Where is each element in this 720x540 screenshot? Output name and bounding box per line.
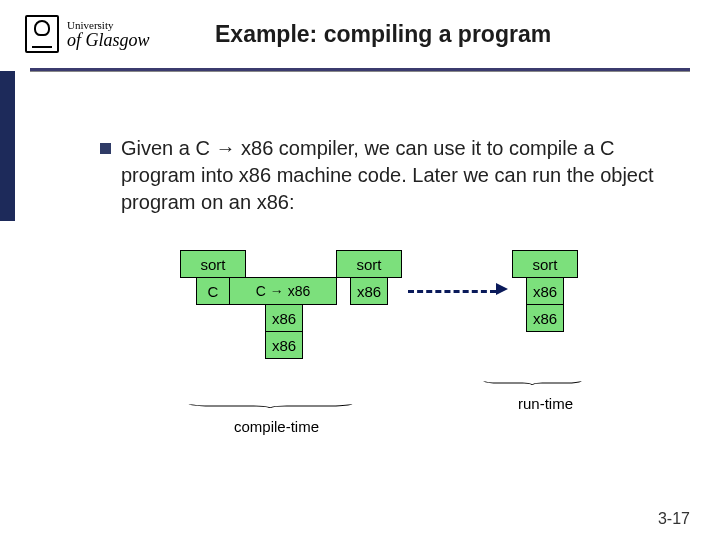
header: University of Glasgow Example: compiling… [0, 0, 720, 68]
page-number: 3-17 [658, 510, 690, 528]
bullet-1: Given a C → x86 compiler, we can use it … [100, 135, 660, 216]
prog2-name: sort [336, 250, 402, 278]
logo-line2: of Glasgow [67, 31, 150, 49]
arrow-head-icon [496, 283, 508, 295]
prog2-lang: x86 [350, 277, 388, 305]
slide: University of Glasgow Example: compiling… [0, 0, 720, 540]
brace-right-icon: ︸ [480, 372, 592, 397]
title-rule [30, 68, 690, 71]
compiler-impl: x86 [265, 304, 303, 332]
prog3-machine: x86 [526, 304, 564, 332]
bullet-text: Given a C → x86 compiler, we can use it … [121, 135, 660, 216]
logo-crest-icon [25, 15, 59, 53]
logo-text: University of Glasgow [67, 20, 150, 49]
compiler-machine: x86 [265, 331, 303, 359]
prog1-name: sort [180, 250, 246, 278]
slide-title: Example: compiling a program [215, 21, 551, 48]
university-logo: University of Glasgow [25, 10, 175, 58]
label-run-time: run-time [518, 395, 573, 412]
tombstone-diagram: sort C C → x86 x86 x86 sort x86 sort x86… [180, 250, 620, 480]
body: Given a C → x86 compiler, we can use it … [100, 135, 660, 216]
brace-left-icon: ︸ [183, 395, 369, 420]
side-accent [0, 71, 15, 221]
prog3-lang: x86 [526, 277, 564, 305]
prog3-name: sort [512, 250, 578, 278]
arrow-dashed [408, 290, 496, 293]
label-compile-time: compile-time [234, 418, 319, 435]
compiler-translation: C → x86 [229, 277, 337, 305]
prog1-lang: C [196, 277, 230, 305]
bullet-square-icon [100, 143, 111, 154]
